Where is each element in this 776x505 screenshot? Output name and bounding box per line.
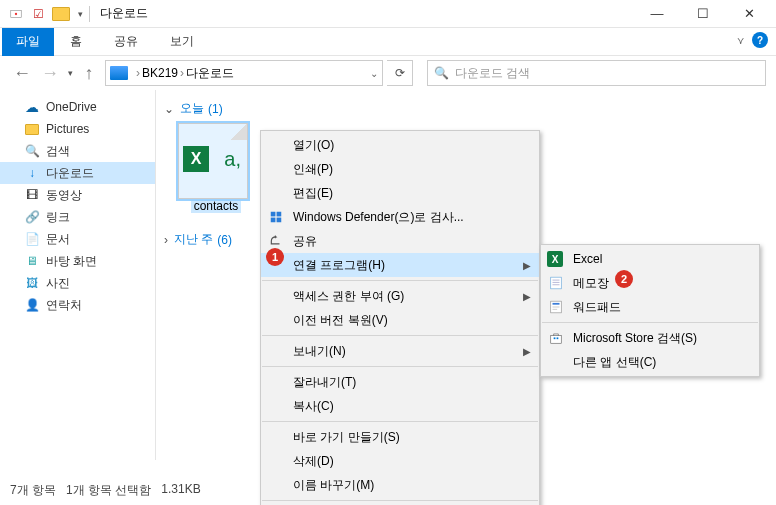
- separator: [89, 6, 90, 22]
- menu-grant-access[interactable]: 액세스 권한 부여 (G) ▶: [261, 284, 539, 308]
- open-with-submenu: X Excel 메모장 워드패드 Microsoft Store 검색(S) 다…: [540, 244, 760, 377]
- sidebar-item-search[interactable]: 🔍 검색: [0, 140, 155, 162]
- refresh-button[interactable]: ⟳: [387, 60, 413, 86]
- help-icon[interactable]: ?: [752, 32, 768, 48]
- menu-share[interactable]: 공유: [261, 229, 539, 253]
- menu-copy[interactable]: 복사(C): [261, 394, 539, 418]
- breadcrumb-dropdown-icon[interactable]: ⌄: [370, 68, 378, 79]
- sidebar-item-documents[interactable]: 📄 문서: [0, 228, 155, 250]
- link-icon: 🔗: [24, 209, 40, 225]
- submenu-other-app[interactable]: 다른 앱 선택(C): [541, 350, 759, 374]
- svg-rect-6: [551, 277, 562, 289]
- properties-icon[interactable]: ☑: [30, 6, 46, 22]
- group-today[interactable]: ⌄ 오늘 (1): [164, 100, 768, 117]
- app-icon: [8, 6, 24, 22]
- chevron-right-icon: ▶: [523, 346, 531, 357]
- sidebar-item-label: 사진: [46, 275, 70, 292]
- maximize-button[interactable]: ☐: [680, 0, 726, 28]
- svg-rect-4: [271, 218, 276, 223]
- sidebar-item-label: OneDrive: [46, 100, 97, 114]
- menu-defender-scan[interactable]: Windows Defender(으)로 검사...: [261, 205, 539, 229]
- home-tab[interactable]: 홈: [54, 29, 98, 54]
- menu-cut[interactable]: 잘라내기(T): [261, 370, 539, 394]
- view-tab[interactable]: 보기: [154, 29, 210, 54]
- share-tab[interactable]: 공유: [98, 29, 154, 54]
- separator: [542, 322, 758, 323]
- chevron-right-icon: ›: [136, 66, 140, 80]
- video-icon: 🎞: [24, 187, 40, 203]
- sidebar-item-contacts[interactable]: 👤 연락처: [0, 294, 155, 316]
- menu-restore-version[interactable]: 이전 버전 복원(V): [261, 308, 539, 332]
- sidebar-item-videos[interactable]: 🎞 동영상: [0, 184, 155, 206]
- back-button[interactable]: ←: [10, 61, 34, 85]
- menu-create-shortcut[interactable]: 바로 가기 만들기(S): [261, 425, 539, 449]
- menu-rename[interactable]: 이름 바꾸기(M): [261, 473, 539, 497]
- separator: [262, 280, 538, 281]
- group-count: (1): [208, 102, 223, 116]
- submenu-store-search[interactable]: Microsoft Store 검색(S): [541, 326, 759, 350]
- menu-open[interactable]: 열기(O): [261, 133, 539, 157]
- search-input[interactable]: 🔍 다운로드 검색: [427, 60, 766, 86]
- breadcrumb[interactable]: › BK219 › 다운로드 ⌄: [105, 60, 383, 86]
- document-icon: 📄: [24, 231, 40, 247]
- svg-rect-16: [557, 337, 559, 339]
- store-icon: [547, 329, 565, 347]
- search-icon: 🔍: [24, 143, 40, 159]
- group-label: 오늘: [180, 100, 204, 117]
- file-item-contacts[interactable]: X a, contacts: [178, 123, 254, 213]
- menu-open-with[interactable]: 연결 프로그램(H) ▶: [261, 253, 539, 277]
- minimize-button[interactable]: —: [634, 0, 680, 28]
- chevron-right-icon: ▶: [523, 260, 531, 271]
- separator: [262, 335, 538, 336]
- sidebar-item-label: 링크: [46, 209, 70, 226]
- context-menu: 열기(O) 인쇄(P) 편집(E) Windows Defender(으)로 검…: [260, 130, 540, 505]
- forward-button[interactable]: →: [38, 61, 62, 85]
- sidebar-item-downloads[interactable]: ↓ 다운로드: [0, 162, 155, 184]
- submenu-excel[interactable]: X Excel: [541, 247, 759, 271]
- chevron-right-icon: ▶: [523, 291, 531, 302]
- chevron-right-icon: ›: [164, 233, 168, 247]
- menu-send-to[interactable]: 보내기(N) ▶: [261, 339, 539, 363]
- svg-rect-3: [277, 212, 282, 217]
- sidebar-item-label: 검색: [46, 143, 70, 160]
- up-button[interactable]: ↑: [77, 61, 101, 85]
- notepad-icon: [547, 274, 565, 292]
- file-tab[interactable]: 파일: [2, 28, 54, 56]
- annotation-badge-1: 1: [266, 248, 284, 266]
- wordpad-icon: [547, 298, 565, 316]
- breadcrumb-part[interactable]: 다운로드: [186, 65, 234, 82]
- close-button[interactable]: ✕: [726, 0, 772, 28]
- defender-icon: [267, 208, 285, 226]
- menu-edit[interactable]: 편집(E): [261, 181, 539, 205]
- sidebar-item-desktop[interactable]: 🖥 바탕 화면: [0, 250, 155, 272]
- file-thumbnail: X a,: [178, 123, 248, 199]
- annotation-badge-2: 2: [615, 270, 633, 288]
- svg-rect-2: [271, 212, 276, 217]
- group-label: 지난 주: [174, 231, 213, 248]
- menu-print[interactable]: 인쇄(P): [261, 157, 539, 181]
- sidebar-item-links[interactable]: 🔗 링크: [0, 206, 155, 228]
- group-count: (6): [217, 233, 232, 247]
- contacts-icon: 👤: [24, 297, 40, 313]
- status-size: 1.31KB: [161, 482, 200, 499]
- sidebar-item-onedrive[interactable]: ☁ OneDrive: [0, 96, 155, 118]
- svg-rect-11: [553, 303, 560, 305]
- ribbon-tabs: 파일 홈 공유 보기 ⋎ ?: [0, 28, 776, 56]
- sidebar-item-label: Pictures: [46, 122, 89, 136]
- sidebar-item-pictures[interactable]: Pictures: [0, 118, 155, 140]
- submenu-wordpad[interactable]: 워드패드: [541, 295, 759, 319]
- submenu-notepad[interactable]: 메모장: [541, 271, 759, 295]
- search-icon: 🔍: [434, 66, 449, 80]
- status-item-count: 7개 항목: [10, 482, 56, 499]
- csv-hint-icon: a,: [224, 148, 241, 171]
- ribbon-expand-icon[interactable]: ⋎: [737, 35, 744, 46]
- menu-delete[interactable]: 삭제(D): [261, 449, 539, 473]
- qat-dropdown-icon[interactable]: ▾: [78, 9, 83, 19]
- title-bar: ☑ ▾ 다운로드 — ☐ ✕: [0, 0, 776, 28]
- history-dropdown-icon[interactable]: ▾: [68, 68, 73, 78]
- svg-rect-5: [277, 218, 282, 223]
- folder-icon: [24, 121, 40, 137]
- chevron-right-icon: ›: [180, 66, 184, 80]
- sidebar-item-photos[interactable]: 🖼 사진: [0, 272, 155, 294]
- breadcrumb-part[interactable]: BK219: [142, 66, 178, 80]
